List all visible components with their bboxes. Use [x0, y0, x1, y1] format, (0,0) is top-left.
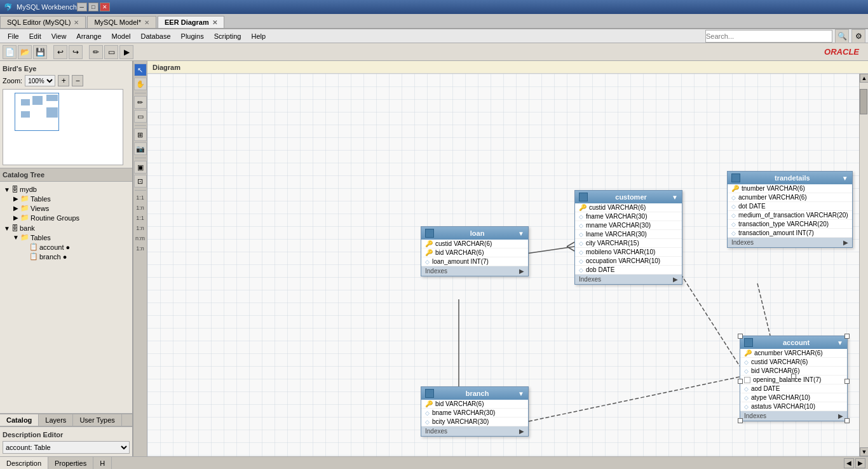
tool-eraser[interactable]: ✏	[134, 96, 147, 109]
vertical-scrollbar[interactable]: ▲ ▼	[859, 74, 868, 456]
undo-button[interactable]: ↩	[53, 45, 67, 59]
menu-scripting[interactable]: Scripting	[209, 31, 247, 41]
zoom-select[interactable]: 100% 75% 50% 150%	[25, 75, 55, 86]
tool-camera[interactable]: 📷	[134, 142, 147, 155]
tab-catalog[interactable]: Catalog	[0, 414, 39, 426]
tab-properties[interactable]: Properties	[48, 457, 93, 469]
menu-help[interactable]: Help	[246, 31, 271, 41]
menu-edit[interactable]: Edit	[24, 31, 46, 41]
table-branch-header[interactable]: branch ▼	[421, 387, 528, 400]
search-input[interactable]	[705, 30, 832, 43]
menu-plugins[interactable]: Plugins	[176, 31, 209, 41]
close-eer-diagram-icon[interactable]: ✕	[212, 19, 217, 26]
tree-label-bank: bank	[20, 224, 35, 232]
view-button[interactable]: ▭	[104, 45, 118, 59]
tool-hand[interactable]: ✋	[134, 78, 147, 90]
menu-model[interactable]: Model	[107, 31, 136, 41]
menu-file[interactable]: File	[3, 31, 24, 41]
nav-right-button[interactable]: ▶	[855, 458, 865, 468]
tab-h[interactable]: H	[93, 457, 112, 469]
tree-row-bank-tables[interactable]: ▼ 📁 Tables	[11, 233, 130, 242]
table-customer-indexes[interactable]: Indexes ▶	[575, 275, 682, 284]
tool-view[interactable]: ▣	[134, 161, 147, 173]
search-button[interactable]: 🔍	[835, 29, 849, 43]
menu-arrange[interactable]: Arrange	[71, 31, 106, 41]
account-field-atype: ◇ atype VARCHAR(10)	[740, 393, 847, 402]
scroll-thumb[interactable]	[860, 89, 867, 114]
settings-button[interactable]: ⚙	[851, 29, 865, 43]
tree-row-routine-groups[interactable]: ▶ 📁 Routine Groups	[11, 213, 130, 222]
table-trandetails[interactable]: trandetails ▼ 🔑 tnumber VARCHAR(6) ◇ acn…	[727, 171, 853, 248]
table-customer[interactable]: customer ▼ 🔑 custid VARCHAR(6) ◇ fname V…	[574, 190, 682, 285]
account-field-astatus: ◇ astatus VARCHAR(10)	[740, 402, 847, 411]
close-button[interactable]: ✕	[100, 3, 110, 11]
tree-row-bank[interactable]: ▼ 🗄 bank	[3, 224, 130, 233]
edit-button[interactable]: ✏	[89, 45, 103, 59]
menu-database[interactable]: Database	[135, 31, 175, 41]
tree-row-account[interactable]: 📋 account ●	[20, 242, 130, 252]
table-trandetails-expand[interactable]: ▼	[842, 175, 848, 182]
minimize-button[interactable]: ─	[77, 3, 87, 11]
resize-handle-mr[interactable]	[844, 379, 850, 384]
table-account-header[interactable]: account ▼	[740, 336, 847, 349]
scroll-up-button[interactable]: ▲	[860, 74, 868, 83]
tool-pointer[interactable]: ↖	[134, 64, 147, 76]
maximize-button[interactable]: □	[88, 3, 98, 11]
tree-row-mydb[interactable]: ▼ 🗄 mydb	[3, 185, 130, 194]
nav-left-button[interactable]: ◀	[844, 458, 854, 468]
table-loan-expand[interactable]: ▼	[518, 230, 524, 237]
tree-row-branch[interactable]: 📋 branch ●	[20, 252, 130, 261]
tool-routine[interactable]: ⊡	[134, 175, 147, 187]
tab-eer-diagram[interactable]: EER Diagram ✕	[158, 16, 224, 28]
diamond-bname: ◇	[425, 410, 430, 416]
save-button[interactable]: 💾	[33, 45, 47, 59]
diamond-icon-amount: ◇	[425, 259, 430, 265]
resize-handle-bl[interactable]	[738, 418, 743, 423]
scroll-down-button[interactable]: ▼	[860, 447, 868, 456]
description-select[interactable]: account: Table	[3, 441, 130, 454]
resize-handle-bm[interactable]	[791, 374, 796, 379]
table-account[interactable]: account ▼ 🔑 acnumber VARCHAR(6) ◇ custid…	[740, 336, 848, 421]
table-loan[interactable]: loan ▼ 🔑 custid VARCHAR(6) 🔑 bid VARCHAR…	[421, 226, 529, 276]
menu-view[interactable]: View	[46, 31, 72, 41]
folder-icon: 📁	[20, 194, 29, 203]
table-account-indexes[interactable]: Indexes ▶	[740, 411, 847, 421]
tool-table[interactable]: ⊞	[134, 128, 147, 141]
zoom-out-button[interactable]: −	[72, 75, 83, 86]
tab-user-types[interactable]: User Types	[73, 414, 121, 426]
svg-line-6	[567, 247, 574, 251]
table-branch[interactable]: branch ▼ 🔑 bid VARCHAR(6) ◇ bname VARCHA…	[421, 386, 529, 437]
table-trandetails-header[interactable]: trandetails ▼	[728, 172, 852, 184]
tree-row-tables[interactable]: ▶ 📁 Tables	[11, 194, 130, 203]
diagram-wrapper: Diagram	[147, 61, 868, 456]
zoom-in-button[interactable]: +	[58, 75, 69, 86]
tab-layers[interactable]: Layers	[39, 414, 73, 426]
scroll-track[interactable]	[860, 83, 868, 447]
table-trandetails-indexes[interactable]: Indexes ▶	[728, 238, 852, 247]
table-branch-indexes[interactable]: Indexes ▶	[421, 426, 528, 436]
table-customer-header[interactable]: customer ▼	[575, 191, 682, 203]
resize-handle-tl[interactable]	[738, 334, 743, 339]
diagram-canvas[interactable]: loan ▼ 🔑 custid VARCHAR(6) 🔑 bid VARCHAR…	[147, 74, 859, 456]
resize-handle-tr[interactable]	[844, 334, 850, 339]
open-button[interactable]: 📂	[18, 45, 32, 59]
table-loan-header[interactable]: loan ▼	[421, 227, 528, 240]
run-button[interactable]: ▶	[119, 45, 133, 59]
tab-mysql-model[interactable]: MySQL Model* ✕	[87, 16, 156, 28]
tab-description[interactable]: Description	[0, 457, 48, 469]
new-button[interactable]: 📄	[3, 45, 17, 59]
table-branch-expand[interactable]: ▼	[518, 390, 524, 397]
close-sql-editor-icon[interactable]: ✕	[74, 19, 79, 26]
tab-sql-editor[interactable]: SQL Editor (MySQL) ✕	[0, 16, 86, 28]
tool-rectangle[interactable]: ▭	[134, 110, 147, 123]
redo-button[interactable]: ↪	[69, 45, 83, 59]
resize-handle-ml[interactable]	[738, 379, 743, 384]
close-mysql-model-icon[interactable]: ✕	[144, 19, 149, 26]
customer-city-label: city VARCHAR(15)	[586, 240, 639, 247]
table-customer-expand[interactable]: ▼	[672, 194, 678, 201]
diamond-mobileno: ◇	[579, 249, 583, 255]
table-loan-indexes[interactable]: Indexes ▶	[421, 266, 528, 276]
resize-handle-br[interactable]	[844, 418, 850, 423]
tree-row-views[interactable]: ▶ 📁 Views	[11, 203, 130, 213]
table-account-expand[interactable]: ▼	[837, 339, 843, 346]
